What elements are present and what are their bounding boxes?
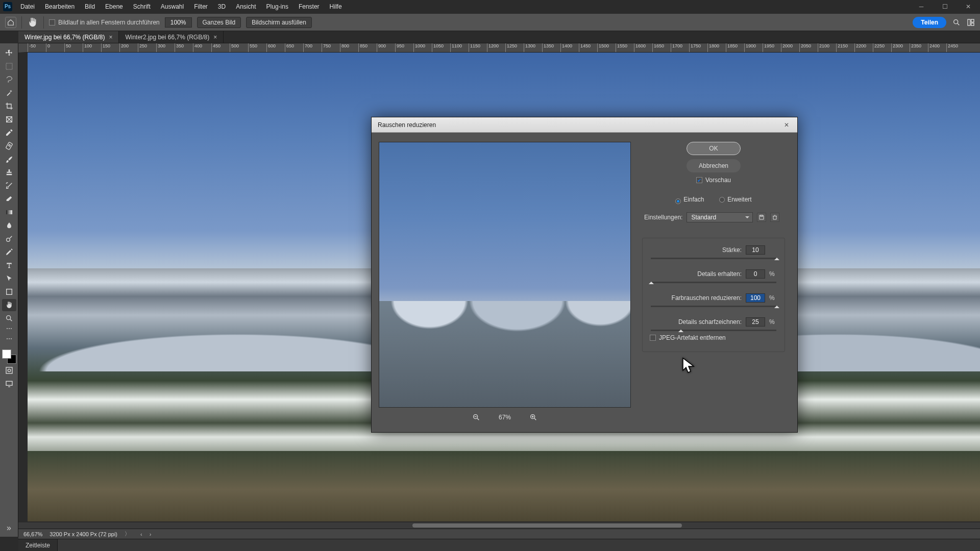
svg-point-8	[6, 238, 10, 242]
horizontal-scrollbar[interactable]	[18, 522, 980, 529]
status-left-icon[interactable]: ‹	[140, 531, 142, 537]
toolbox: ⋯ ⋯ »	[0, 43, 18, 537]
menu-filter[interactable]: Filter	[189, 0, 213, 13]
workspace-icon[interactable]	[967, 18, 975, 27]
menu-bild[interactable]: Bild	[80, 0, 100, 13]
menu-3d[interactable]: 3D	[213, 0, 231, 13]
timeline-tab[interactable]: Zeitleiste	[18, 539, 58, 552]
preserve-input[interactable]: 0	[746, 269, 765, 279]
dodge-tool-icon[interactable]	[2, 233, 16, 245]
jpeg-artifact-checkbox[interactable]: JPEG-Artefakt entfernen	[650, 334, 777, 341]
preview-label: Vorschau	[705, 177, 731, 184]
sharpen-input[interactable]: 25	[746, 317, 765, 327]
zoom-in-icon[interactable]	[529, 413, 537, 421]
color-input[interactable]: 100	[746, 293, 765, 303]
menu-datei[interactable]: Datei	[15, 0, 40, 13]
ok-button[interactable]: OK	[687, 142, 741, 155]
window-minimize-icon[interactable]: ─	[910, 0, 933, 13]
menubar: Datei Bearbeiten Bild Ebene Schrift Ausw…	[15, 0, 347, 13]
window-maximize-icon[interactable]: ☐	[933, 0, 957, 13]
svg-rect-3	[971, 23, 974, 26]
preview-image[interactable]	[379, 142, 631, 408]
tab-label: Winter2.jpg bei 66,7% (RGB/8)	[125, 34, 209, 41]
unit: %	[769, 294, 777, 302]
jpeg-label: JPEG-Artefakt entfernen	[659, 334, 726, 341]
options-bar: Bildlauf in allen Fenstern durchführen 1…	[0, 14, 980, 31]
hand-tool-icon[interactable]	[27, 17, 38, 28]
history-brush-icon[interactable]	[2, 180, 16, 192]
crop-tool-icon[interactable]	[2, 100, 16, 112]
window-close-icon[interactable]: ✕	[957, 0, 980, 13]
share-button[interactable]: Teilen	[913, 17, 946, 28]
menu-plugins[interactable]: Plug-ins	[261, 0, 293, 13]
expand-toolbox-icon[interactable]: »	[7, 523, 11, 533]
pen-tool-icon[interactable]	[2, 246, 16, 258]
color-swatches[interactable]	[2, 349, 16, 364]
menu-fenster[interactable]: Fenster	[293, 0, 325, 13]
edit-toolbar-icon[interactable]: ⋯	[2, 333, 16, 345]
search-icon[interactable]	[952, 18, 961, 27]
sharpen-label: Details scharfzeichnen:	[678, 318, 742, 325]
frame-tool-icon[interactable]	[2, 113, 16, 126]
close-icon[interactable]: ×	[109, 34, 112, 41]
tab-winter[interactable]: Winter.jpg bei 66,7% (RGB/8) ×	[18, 31, 119, 43]
hand-tool-icon[interactable]	[2, 299, 16, 311]
status-right-icon[interactable]: ›	[150, 531, 152, 537]
delete-preset-icon[interactable]	[770, 213, 779, 222]
foreground-color[interactable]	[2, 349, 11, 359]
close-icon[interactable]: ×	[213, 34, 217, 41]
settings-label: Einstellungen:	[644, 214, 682, 221]
checkbox-icon: ✔	[696, 177, 702, 183]
svg-point-10	[6, 316, 10, 320]
quickmask-icon[interactable]	[2, 364, 16, 377]
gradient-tool-icon[interactable]	[2, 206, 16, 218]
mode-advanced-radio[interactable]: Erweitert	[719, 196, 751, 204]
status-arrow-icon[interactable]: 〉	[125, 530, 130, 538]
menu-auswahl[interactable]: Auswahl	[156, 0, 189, 13]
cancel-button[interactable]: Abbrechen	[687, 159, 741, 172]
type-tool-icon[interactable]	[2, 259, 16, 271]
blur-tool-icon[interactable]	[2, 219, 16, 232]
menu-ansicht[interactable]: Ansicht	[231, 0, 261, 13]
screenmode-icon[interactable]	[2, 378, 16, 390]
zoom-field[interactable]: 100%	[165, 17, 192, 28]
menu-hilfe[interactable]: Hilfe	[325, 0, 347, 13]
color-slider[interactable]	[651, 306, 776, 307]
marquee-tool-icon[interactable]	[2, 60, 16, 72]
lasso-tool-icon[interactable]	[2, 73, 16, 86]
scrollbar-thumb[interactable]	[412, 523, 682, 528]
sharpen-slider[interactable]	[651, 330, 776, 331]
tab-winter2[interactable]: Winter2.jpg bei 66,7% (RGB/8) ×	[119, 31, 224, 43]
eyedropper-tool-icon[interactable]	[2, 127, 16, 139]
document-tabs: Winter.jpg bei 66,7% (RGB/8) × Winter2.j…	[18, 31, 980, 43]
stamp-tool-icon[interactable]	[2, 166, 16, 179]
color-label: Farbrauschen reduzieren:	[672, 294, 742, 302]
preview-checkbox[interactable]: ✔ Vorschau	[696, 177, 731, 184]
scroll-all-checkbox[interactable]: Bildlauf in allen Fenstern durchführen	[49, 19, 160, 26]
dialog-titlebar[interactable]: Rauschen reduzieren ✕	[372, 117, 797, 133]
menu-bearbeiten[interactable]: Bearbeiten	[40, 0, 80, 13]
settings-combo[interactable]: Standard	[687, 212, 753, 222]
preserve-slider[interactable]	[651, 282, 776, 283]
save-preset-icon[interactable]	[757, 213, 766, 222]
home-icon[interactable]	[5, 17, 16, 28]
move-tool-icon[interactable]	[2, 47, 16, 59]
fit-screen-button[interactable]: Bildschirm ausfüllen	[246, 17, 312, 28]
mode-simple-radio[interactable]: Einfach	[675, 196, 704, 204]
menu-schrift[interactable]: Schrift	[128, 0, 156, 13]
zoom-out-icon[interactable]	[472, 413, 480, 421]
status-zoom[interactable]: 66,67%	[23, 531, 42, 537]
svg-rect-16	[761, 215, 763, 217]
strength-slider[interactable]	[651, 258, 776, 259]
heal-tool-icon[interactable]	[2, 140, 16, 152]
fit-whole-button[interactable]: Ganzes Bild	[197, 17, 241, 28]
zoom-tool-icon[interactable]	[2, 312, 16, 324]
shape-tool-icon[interactable]	[2, 286, 16, 298]
eraser-tool-icon[interactable]	[2, 193, 16, 205]
path-select-icon[interactable]	[2, 272, 16, 285]
brush-tool-icon[interactable]	[2, 153, 16, 165]
menu-ebene[interactable]: Ebene	[100, 0, 128, 13]
wand-tool-icon[interactable]	[2, 87, 16, 99]
strength-input[interactable]: 10	[746, 245, 765, 255]
close-icon[interactable]: ✕	[782, 120, 791, 130]
